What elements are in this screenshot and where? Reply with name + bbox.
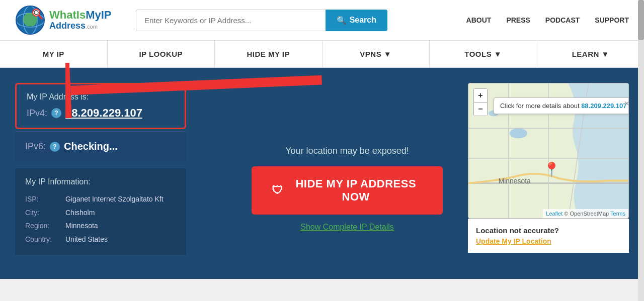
nav-my-ip[interactable]: MY IP [0,41,108,67]
zoom-in-button[interactable]: + [474,89,487,102]
nav-press[interactable]: PRESS [506,16,530,24]
country-key: Country: [25,233,60,246]
zoom-out-button[interactable]: − [474,103,487,116]
search-area: 🔍 Search [136,10,387,31]
location-accuracy-title: Location not accurate? [476,226,621,235]
ipv6-label: IPv6: [25,141,46,152]
header-nav: ABOUT PRESS PODCAST SUPPORT [466,16,629,24]
show-details-button[interactable]: Show Complete IP Details [300,223,394,232]
search-button-label: Search [350,16,376,25]
map-popup-close[interactable]: ✕ [624,99,629,108]
leaflet-link[interactable]: Leaflet [546,211,562,217]
nav-podcast[interactable]: PODCAST [545,16,580,24]
nav-bar: MY IP IP LOOKUP HIDE MY IP VPNS ▼ TOOLS … [0,41,644,68]
region-key: Region: [25,219,60,233]
region-row: Region: Minnesota [25,219,176,233]
search-button[interactable]: 🔍 Search [326,10,387,31]
header: WhatIsMyIP Address.com 🔍 Search ABOUT PR… [0,0,644,41]
logo-address: Address [49,21,86,31]
nav-tools[interactable]: TOOLS ▼ [430,41,537,67]
ipv4-row: IPv4: ? 88.209.229.107 [27,107,175,120]
middle-panel: Your location may be exposed! 🛡 HIDE MY … [242,83,453,264]
map-popup-ip[interactable]: 88.209.229.107 [581,102,626,110]
map-popup[interactable]: ✕ Click for more details about 88.209.22… [494,97,629,114]
map-terms-link[interactable]: Terms [610,211,625,217]
search-input[interactable] [136,10,326,31]
right-panel: Minnesota + − ✕ Click for more details a… [468,83,629,264]
city-value: Chisholm [65,206,95,220]
scrollbar[interactable] [638,0,644,279]
nav-about[interactable]: ABOUT [466,16,492,24]
shield-icon: 🛡 [272,184,283,197]
logo[interactable]: WhatIsMyIP Address.com [15,5,116,35]
scrollbar-thumb[interactable] [638,0,644,40]
map-footer: Leaflet © OpenStreetMap Terms [543,209,628,218]
ip-box: My IP Address is: IPv4: ? 88.209.229.107 [15,83,186,129]
location-warning: Your location may be exposed! [285,146,409,156]
nav-ip-lookup[interactable]: IP LOOKUP [108,41,215,67]
left-panel: My IP Address is: IPv4: ? 88.209.229.107… [15,83,226,264]
map-container[interactable]: Minnesota + − ✕ Click for more details a… [468,83,629,219]
logo-globe-icon [15,5,45,35]
info-table: ISP: Giganet Internet Szolgaltato Kft Ci… [25,192,176,246]
location-accuracy: Location not accurate? Update My IP Loca… [468,219,629,253]
ipv4-help-icon[interactable]: ? [51,108,61,118]
nav-vpns[interactable]: VPNS ▼ [323,41,430,67]
city-row: City: Chisholm [25,206,176,220]
main-content: My IP Address is: IPv4: ? 88.209.229.107… [0,68,644,279]
region-value: Minnesota [65,219,98,233]
ipv6-help-icon[interactable]: ? [50,142,60,152]
map-popup-text: Click for more details about [500,102,581,110]
ipv6-section: IPv6: ? Checking... [15,131,186,161]
svg-text:Minnesota: Minnesota [499,177,531,185]
nav-support[interactable]: SUPPORT [595,16,629,24]
country-row: Country: United States [25,233,176,246]
ipv4-label: IPv4: [27,108,47,119]
map-osm-text: © OpenStreetMap [564,211,609,217]
logo-com: .com [86,24,98,30]
ip-info-title: My IP Information: [25,177,176,186]
ipv6-value: Checking... [64,141,118,152]
ip-info-section: My IP Information: ISP: Giganet Internet… [15,168,186,255]
ip-address-label: My IP Address is: [27,92,175,102]
svg-point-17 [510,128,528,138]
isp-key: ISP: [25,192,60,206]
isp-row: ISP: Giganet Internet Szolgaltato Kft [25,192,176,206]
hide-ip-button[interactable]: 🛡 HIDE MY IP ADDRESS NOW [252,166,443,215]
map-marker[interactable]: 📍 [543,161,560,178]
map-zoom-controls: + − [473,88,488,116]
logo-myipaddress: MyIP [86,9,111,21]
nav-learn[interactable]: LEARN ▼ [537,41,645,67]
logo-text: WhatIsMyIP Address.com [49,9,111,31]
ipv4-value[interactable]: 88.209.229.107 [65,107,142,120]
search-icon: 🔍 [337,16,347,25]
hide-ip-button-label: HIDE MY IP ADDRESS NOW [289,177,423,204]
isp-value: Giganet Internet Szolgaltato Kft [65,192,164,206]
update-location-button[interactable]: Update My IP Location [476,237,551,245]
city-key: City: [25,206,60,220]
ipv6-row: IPv6: ? Checking... [25,141,176,152]
nav-hide-my-ip[interactable]: HIDE MY IP [215,41,323,67]
logo-whatis: WhatIs [49,9,86,21]
country-value: United States [65,233,108,246]
